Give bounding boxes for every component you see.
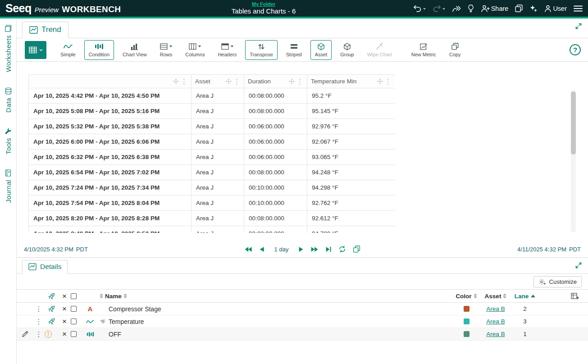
fast-forward-button[interactable]	[310, 246, 318, 252]
customize-button[interactable]: Customize	[533, 276, 582, 287]
columns-dropdown-button[interactable]: Columns	[181, 40, 209, 60]
column-menu-button[interactable]: ⋮	[385, 78, 392, 85]
color-swatch[interactable]	[464, 318, 469, 324]
seeq-logo[interactable]: Seeq Preview WORKBENCH	[5, 2, 121, 15]
lightbulb-icon[interactable]	[468, 5, 474, 13]
wipe-chart-button[interactable]: Wipe Chart	[363, 40, 397, 60]
scrollbar-thumb[interactable]	[571, 91, 576, 155]
simple-mode-button[interactable]: Simple	[56, 40, 80, 60]
select-checkbox[interactable]	[71, 306, 77, 312]
fast-backward-button[interactable]	[245, 246, 252, 252]
select-checkbox[interactable]	[71, 331, 77, 337]
button-label: Wipe Chart	[367, 52, 392, 57]
item-name[interactable]: OFF	[109, 331, 453, 338]
asset-button[interactable]: Asset	[310, 40, 332, 60]
remove-all-button[interactable]: ×	[58, 292, 71, 300]
asset-column-header[interactable]: Asset	[480, 293, 511, 300]
user-menu-button[interactable]: User	[544, 5, 567, 12]
striped-icon	[290, 42, 298, 50]
asset-navigate-all-icon[interactable]	[45, 293, 58, 300]
add-column-icon[interactable]	[571, 293, 579, 300]
share-button[interactable]: Share	[481, 5, 509, 12]
tab-details[interactable]: Details	[22, 260, 68, 274]
rows-dropdown-button[interactable]: Rows	[155, 40, 177, 60]
range-end[interactable]: 4/11/2025 4:32 PMPDT	[517, 246, 581, 253]
remove-item-button[interactable]: ×	[58, 305, 71, 313]
color-swatch[interactable]	[464, 331, 469, 337]
striped-button[interactable]: Striped	[282, 40, 306, 60]
redo-button[interactable]	[433, 5, 445, 12]
asset-navigate-icon[interactable]	[45, 305, 58, 312]
row-menu-button[interactable]: ⋮	[33, 305, 45, 312]
move-column-icon[interactable]	[173, 78, 179, 84]
table-type-dropdown-button[interactable]	[25, 41, 46, 59]
item-name[interactable]: Compressor Stage	[109, 305, 453, 313]
color-column-header[interactable]: Color	[453, 293, 480, 300]
help-button[interactable]: ?	[570, 44, 581, 55]
step-forward-button[interactable]	[298, 246, 303, 252]
warning-icon[interactable]: !	[45, 331, 52, 338]
remove-item-button[interactable]: ×	[58, 318, 71, 325]
select-checkbox[interactable]	[71, 318, 77, 324]
breadcrumb-folder-link[interactable]: My Folder	[232, 2, 296, 7]
duplicate-worksheet-icon[interactable]	[515, 5, 523, 12]
move-column-icon[interactable]	[226, 78, 232, 84]
asset-navigate-icon[interactable]	[45, 318, 58, 325]
column-header-temperature-min[interactable]: Temperature Min ⋮	[307, 75, 396, 88]
hamburger-menu-icon[interactable]	[574, 5, 583, 12]
undo-menu-caret[interactable]	[423, 8, 426, 10]
move-column-icon[interactable]	[377, 78, 383, 84]
forward-history-icon[interactable]	[452, 5, 461, 12]
asset-link[interactable]: Area B	[486, 318, 505, 325]
copy-button[interactable]: Copy	[445, 40, 465, 60]
name-column-header[interactable]: Name	[83, 293, 453, 300]
duration-label[interactable]: 1 day	[272, 246, 292, 253]
remove-item-button[interactable]: ×	[58, 330, 71, 338]
auto-update-button[interactable]	[338, 246, 346, 253]
column-menu-button[interactable]: ⋮	[181, 78, 187, 85]
range-start[interactable]: 4/10/2025 4:32 PMPDT	[24, 246, 88, 253]
transpose-button[interactable]: Transpose	[245, 40, 278, 60]
row-menu-button[interactable]: ⋮	[33, 318, 45, 325]
chart-view-button[interactable]: Chart View	[118, 40, 151, 60]
sort-icon[interactable]	[503, 294, 506, 298]
column-menu-button[interactable]: ⋮	[296, 78, 303, 85]
range-end-tz: PDT	[569, 246, 581, 253]
row-menu-button[interactable]: ⋮	[33, 331, 45, 337]
sort-icon[interactable]	[123, 294, 127, 298]
tab-details-label: Details	[40, 263, 61, 271]
sidebar-item-data[interactable]: Data	[5, 87, 12, 113]
asset-link[interactable]: Area B	[486, 305, 505, 312]
move-column-icon[interactable]	[289, 78, 295, 84]
expand-details-icon[interactable]	[575, 262, 582, 269]
cell-temperature: 94.709 °F	[307, 226, 396, 233]
sidebar-item-worksheets[interactable]: Worksheets	[5, 25, 12, 72]
item-name[interactable]: Temperature	[109, 318, 453, 325]
redo-menu-caret[interactable]	[442, 8, 445, 10]
column-header-asset[interactable]: Asset ⋮	[191, 75, 244, 88]
condition-mode-button[interactable]: Condition	[84, 40, 114, 60]
sidebar-item-tools[interactable]: Tools	[5, 128, 12, 155]
sort-icon[interactable]	[474, 294, 477, 298]
column-menu-button[interactable]: ⋮	[233, 78, 240, 85]
sort-icon[interactable]	[100, 294, 103, 298]
vertical-scrollbar[interactable]	[571, 90, 576, 232]
color-swatch[interactable]	[464, 306, 469, 312]
headers-dropdown-button[interactable]: Headers	[214, 40, 242, 60]
copy-range-button[interactable]	[353, 246, 360, 253]
column-header-duration[interactable]: Duration ⋮	[244, 75, 307, 88]
sidebar-item-journal[interactable]: Journal	[5, 169, 12, 203]
jump-to-end-button[interactable]	[325, 246, 331, 252]
select-all-checkbox[interactable]	[71, 293, 77, 299]
asset-link[interactable]: Area B	[486, 331, 505, 337]
cell-duration: 00:08:00.000	[244, 104, 307, 119]
step-backward-button[interactable]	[260, 246, 264, 252]
edit-pencil-icon[interactable]	[17, 331, 33, 337]
tab-trend[interactable]: Trend	[22, 22, 68, 38]
lane-column-header[interactable]: Lane	[511, 293, 538, 300]
expand-trend-icon[interactable]	[575, 23, 582, 30]
new-metric-button[interactable]: New Metric	[407, 40, 441, 60]
ai-assistant-icon[interactable]	[529, 5, 538, 13]
group-button[interactable]: Group	[336, 40, 359, 60]
undo-button[interactable]	[413, 5, 426, 12]
